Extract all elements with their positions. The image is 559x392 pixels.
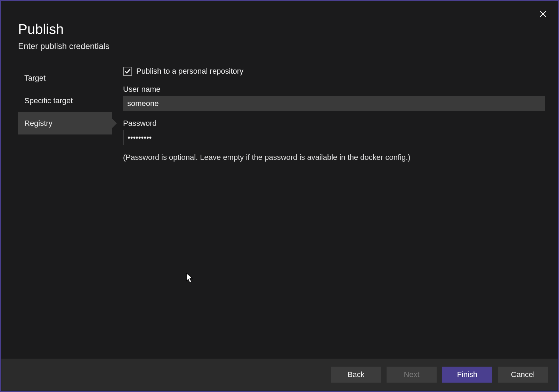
wizard-step-specific-target[interactable]: Specific target (18, 89, 112, 112)
password-hint: (Password is optional. Leave empty if th… (123, 153, 545, 162)
back-button[interactable]: Back (331, 367, 381, 383)
password-input[interactable] (123, 130, 545, 145)
wizard-step-label: Specific target (24, 96, 73, 105)
close-icon (540, 11, 546, 17)
dialog-footer: Back Next Finish Cancel (1, 359, 558, 391)
personal-repo-label: Publish to a personal repository (136, 67, 243, 76)
username-field-block: User name (123, 85, 545, 111)
wizard-step-registry[interactable]: Registry (18, 112, 112, 134)
mouse-cursor-icon (186, 273, 194, 285)
dialog-title: Publish (18, 22, 558, 37)
registry-form: Publish to a personal repository User na… (112, 67, 545, 162)
dialog-header: Publish Enter publish credentials (1, 1, 558, 51)
cancel-button[interactable]: Cancel (498, 367, 548, 383)
password-field-block: Password (123, 119, 545, 145)
personal-repo-row: Publish to a personal repository (123, 67, 545, 76)
password-label: Password (123, 119, 545, 128)
username-label: User name (123, 85, 545, 94)
wizard-step-target[interactable]: Target (18, 67, 112, 89)
next-button: Next (387, 367, 437, 383)
checkmark-icon (124, 68, 131, 74)
personal-repo-checkbox[interactable] (123, 67, 132, 76)
dialog-subtitle: Enter publish credentials (18, 41, 558, 51)
username-input[interactable] (123, 96, 545, 111)
close-button[interactable] (537, 8, 549, 19)
wizard-step-label: Registry (24, 119, 52, 128)
wizard-step-label: Target (24, 74, 46, 83)
finish-button[interactable]: Finish (442, 367, 492, 383)
dialog-body: Target Specific target Registry Publish … (1, 67, 558, 162)
wizard-steps-sidebar: Target Specific target Registry (18, 67, 112, 162)
